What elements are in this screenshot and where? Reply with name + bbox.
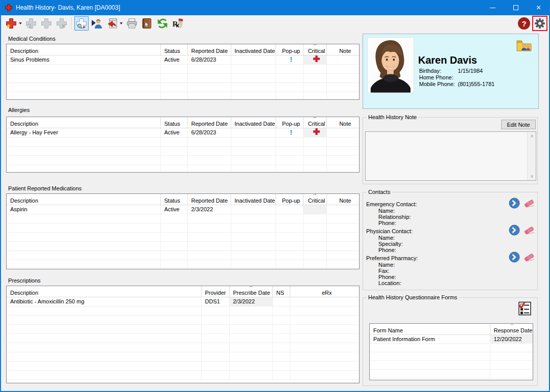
note-text xyxy=(367,133,526,179)
contacts-group-title: Contacts xyxy=(367,189,392,195)
select-emergency-contact-button[interactable] xyxy=(509,198,520,210)
column-header[interactable]: Response Date^ xyxy=(490,324,533,334)
view-edit-button-disabled xyxy=(24,16,38,31)
column-header[interactable]: Inactivated Date xyxy=(231,44,276,55)
questionnaire-group-title: Health History Questionnaire Forms xyxy=(367,294,459,300)
table-row xyxy=(7,137,360,146)
column-header[interactable]: Status xyxy=(160,44,187,55)
column-header[interactable]: Provider xyxy=(201,286,229,297)
reference-book-button[interactable] xyxy=(140,16,154,31)
physician-contact-label: Physician Contact: xyxy=(366,228,413,234)
table-row[interactable]: Antibiotic - Amoxicillin 250 mgDDS12/3/2… xyxy=(7,297,360,306)
new-health-history-icon xyxy=(5,17,17,30)
note-scrollbar[interactable]: ∧ ∨ xyxy=(527,132,536,180)
column-header[interactable]: Critical^ xyxy=(303,194,326,205)
column-header[interactable]: Reported Date xyxy=(187,194,231,205)
table-header-row: DescriptionProviderPrescribe Date^NSeRx xyxy=(7,286,360,297)
pc-phone: Phone: xyxy=(378,247,396,253)
select-preferred-pharmacy-button[interactable] xyxy=(509,251,520,264)
table-row[interactable]: AspirinActive2/3/2022 xyxy=(7,205,360,214)
maximize-icon xyxy=(513,5,518,10)
edit-note-button[interactable]: Edit Note xyxy=(501,120,536,129)
toolbar-separator xyxy=(71,17,72,30)
medical-conditions-table[interactable]: DescriptionStatusReported DateInactivate… xyxy=(6,44,360,100)
patient-name: Karen Davis xyxy=(418,54,477,66)
mobile-phone-label: Mobile Phone: xyxy=(419,81,458,88)
column-header[interactable]: Description xyxy=(7,194,160,205)
medical-conditions-label: Medical Conditions xyxy=(8,36,56,42)
maximize-button[interactable] xyxy=(504,0,527,15)
column-header[interactable]: Pop-up xyxy=(276,44,303,55)
column-header[interactable]: Note xyxy=(326,44,360,55)
sort-ascending-icon: ^ xyxy=(314,117,316,121)
settings-button[interactable] xyxy=(534,17,546,30)
column-header[interactable]: Note xyxy=(326,194,360,205)
column-header[interactable]: Description xyxy=(7,286,201,297)
column-header[interactable]: NS xyxy=(272,286,290,297)
column-header[interactable]: Critical^ xyxy=(303,44,326,55)
birthday-label: Birthday: xyxy=(419,68,458,74)
contacts-group: Contacts Emergency Contact: Name: Relati… xyxy=(363,192,538,290)
column-header[interactable]: Reported Date xyxy=(187,44,231,55)
export-questionnaire-button[interactable] xyxy=(105,16,119,31)
column-header[interactable]: Status xyxy=(160,117,187,128)
clear-physician-contact-eraser-icon[interactable] xyxy=(523,225,535,237)
new-health-history-button[interactable] xyxy=(4,16,18,31)
help-button[interactable]: ? xyxy=(518,17,530,30)
add-disabled-icon xyxy=(40,17,52,30)
ec-phone: Phone: xyxy=(378,220,396,226)
select-patient-button[interactable] xyxy=(90,16,104,31)
allergies-label: Allergies xyxy=(8,107,30,113)
column-header[interactable]: Description xyxy=(7,44,160,55)
health-history-toggle-button[interactable] xyxy=(74,16,89,31)
settings-highlight-box xyxy=(532,16,547,31)
home-phone-label: Home Phone: xyxy=(419,74,458,81)
select-physician-contact-button[interactable] xyxy=(509,225,520,237)
table-row[interactable]: Sinus ProblemsActive6/28/2023! xyxy=(7,55,360,64)
prescriptions-button[interactable]: R xyxy=(171,16,185,31)
column-header[interactable]: Inactivated Date xyxy=(231,194,276,205)
column-header[interactable]: Pop-up xyxy=(276,117,303,128)
patient-file-folder-icon[interactable] xyxy=(516,39,532,53)
print-icon xyxy=(126,17,138,30)
export-dropdown-icon[interactable] xyxy=(120,22,123,24)
medications-table[interactable]: DescriptionStatusReported DateInactivate… xyxy=(6,193,360,269)
minimize-icon xyxy=(490,8,496,8)
column-header[interactable]: Description xyxy=(7,117,160,128)
scroll-down-icon[interactable]: ∨ xyxy=(528,172,536,180)
questionnaire-checklist-icon[interactable] xyxy=(517,301,532,317)
column-header[interactable]: eRx xyxy=(290,286,360,297)
scroll-up-icon[interactable]: ∧ xyxy=(528,132,536,140)
column-header[interactable]: Inactivated Date xyxy=(231,117,276,128)
table-row[interactable]: Allergy - Hay FeverActive6/28/2023! xyxy=(7,128,360,137)
close-button[interactable]: ✕ xyxy=(527,0,550,15)
help-icon: ? xyxy=(521,19,526,28)
allergies-table[interactable]: DescriptionStatusReported DateInactivate… xyxy=(6,117,360,173)
table-row xyxy=(7,361,360,370)
column-header[interactable]: Form Name xyxy=(370,324,490,334)
note-box[interactable]: ∧ ∨ xyxy=(365,131,536,181)
column-header[interactable]: Prescribe Date^ xyxy=(229,286,272,297)
prescriptions-table[interactable]: DescriptionProviderPrescribe Date^NSeRxA… xyxy=(6,286,360,383)
print-button[interactable] xyxy=(125,16,139,31)
patient-photo xyxy=(367,37,414,93)
app-cross-icon xyxy=(5,4,13,12)
questionnaire-forms-table[interactable]: Form NameResponse Date^Patient Informati… xyxy=(369,323,533,380)
add-button-disabled xyxy=(39,16,53,31)
inactivate-disabled-icon xyxy=(56,17,68,30)
patient-info-card: Karen Davis Birthday:1/15/1984 Home Phon… xyxy=(363,34,539,109)
clear-preferred-pharmacy-eraser-icon[interactable] xyxy=(523,251,535,264)
refresh-button[interactable] xyxy=(155,16,170,31)
clear-emergency-contact-eraser-icon[interactable] xyxy=(523,198,535,210)
table-row xyxy=(7,241,360,250)
table-row[interactable]: Patient Information Form12/20/2022 xyxy=(370,334,533,343)
column-header[interactable]: Pop-up xyxy=(276,194,303,205)
column-header[interactable]: Note xyxy=(326,117,360,128)
column-header[interactable]: Reported Date xyxy=(187,117,231,128)
column-header[interactable]: Critical^ xyxy=(303,117,326,128)
sort-ascending-icon: ^ xyxy=(314,194,316,198)
table-row xyxy=(7,260,360,269)
minimize-button[interactable] xyxy=(481,0,504,15)
new-dropdown-icon[interactable] xyxy=(19,22,22,24)
column-header[interactable]: Status xyxy=(160,194,187,205)
